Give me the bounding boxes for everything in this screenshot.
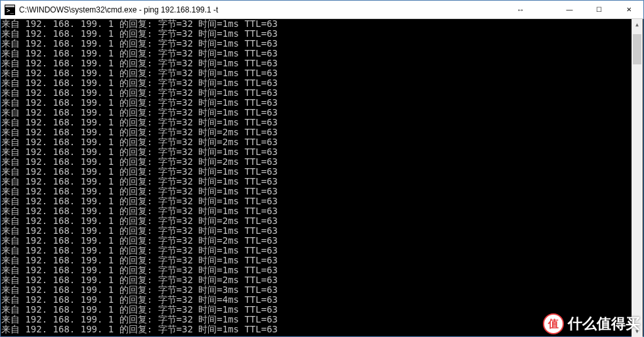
scrollbar-track[interactable] <box>632 30 643 326</box>
console-output[interactable]: 来自 192. 168. 199. 1 的回复: 字节=32 时间=1ms TT… <box>1 19 643 336</box>
minimize-icon: — <box>567 6 573 13</box>
cmd-window: >_ C:\WINDOWS\system32\cmd.exe - ping 19… <box>0 0 644 337</box>
maximize-icon: ☐ <box>596 6 602 13</box>
svg-text:>_: >_ <box>7 7 14 14</box>
window-title: C:\WINDOWS\system32\cmd.exe - ping 192.1… <box>19 5 218 14</box>
chevron-up-icon: ▲ <box>635 22 639 28</box>
scroll-up-button[interactable]: ▲ <box>632 19 643 30</box>
scrollbar-thumb[interactable] <box>633 34 641 64</box>
close-button[interactable]: ✕ <box>614 1 643 19</box>
scroll-down-button[interactable]: ▼ <box>632 326 643 337</box>
resize-arrows-icon: ↔ <box>513 5 528 14</box>
maximize-button[interactable]: ☐ <box>584 1 614 19</box>
console-lines: 来自 192. 168. 199. 1 的回复: 字节=32 时间=1ms TT… <box>1 19 643 334</box>
cmd-icon: >_ <box>5 5 15 15</box>
minimize-button[interactable]: — <box>555 1 584 19</box>
close-icon: ✕ <box>626 6 632 13</box>
titlebar[interactable]: >_ C:\WINDOWS\system32\cmd.exe - ping 19… <box>1 1 643 19</box>
vertical-scrollbar[interactable]: ▲ ▼ <box>632 19 643 337</box>
chevron-down-icon: ▼ <box>635 328 639 334</box>
